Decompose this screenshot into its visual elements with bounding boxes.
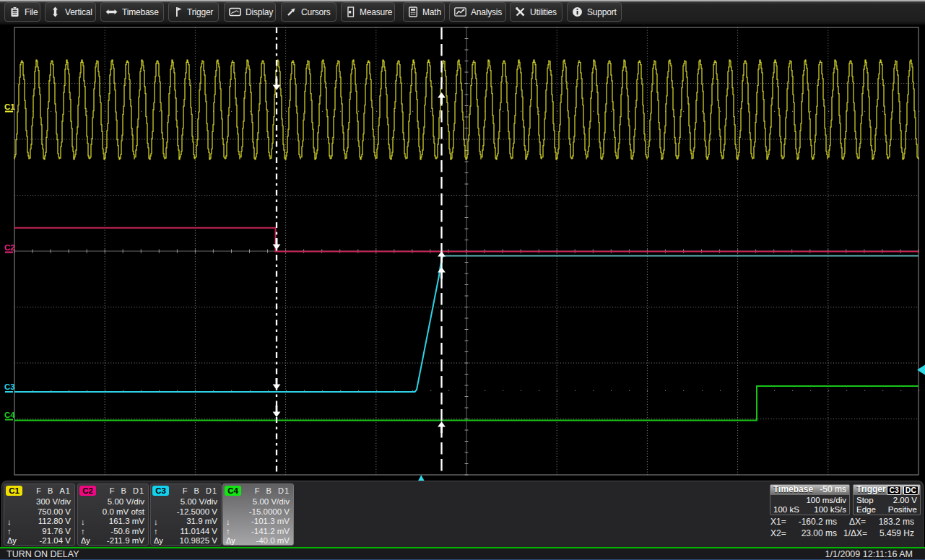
svg-text:C4: C4 — [4, 411, 15, 419]
svg-text:C2: C2 — [4, 243, 15, 252]
svg-text:C3: C3 — [4, 382, 15, 391]
svg-text:C1: C1 — [4, 102, 15, 111]
